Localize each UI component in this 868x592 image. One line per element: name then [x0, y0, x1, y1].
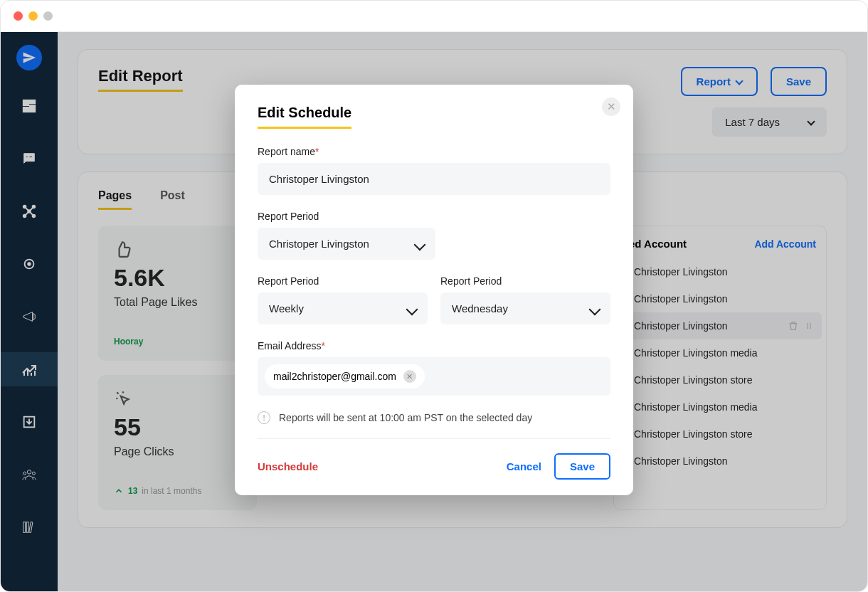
info-text: Reports will be sent at 10:00 am PST on … — [279, 412, 532, 423]
window-maximize-dot[interactable] — [43, 11, 53, 21]
report-period-label-3: Report Period — [440, 275, 610, 287]
report-name-input[interactable] — [258, 163, 610, 195]
report-frequency-select[interactable]: Weekly — [258, 292, 428, 324]
email-label: Email Address* — [258, 340, 610, 352]
window-minimize-dot[interactable] — [28, 11, 38, 21]
report-day-select[interactable]: Wednesday — [440, 292, 610, 324]
report-period-label-2: Report Period — [258, 275, 428, 287]
info-icon: ! — [258, 411, 270, 424]
report-period-label-1: Report Period — [258, 211, 610, 222]
app-window: Edit Report Report Save Last 7 days — [0, 0, 868, 592]
close-icon[interactable]: ✕ — [602, 97, 620, 116]
cancel-link[interactable]: Cancel — [507, 460, 541, 472]
modal-save-button[interactable]: Save — [554, 453, 610, 480]
email-pill: mail2christoper@gmail.com ✕ — [265, 364, 425, 388]
report-name-label: Report name* — [258, 146, 610, 157]
email-value: mail2christoper@gmail.com — [273, 371, 396, 382]
edit-schedule-modal: ✕ Edit Schedule Report name* Report Peri… — [235, 85, 633, 495]
unschedule-link[interactable]: Unschedule — [258, 460, 318, 472]
app-body: Edit Report Report Save Last 7 days — [1, 32, 867, 592]
window-close-dot[interactable] — [14, 11, 23, 21]
schedule-info: ! Reports will be sent at 10:00 am PST o… — [258, 408, 610, 439]
email-input-wrap[interactable]: mail2christoper@gmail.com ✕ — [258, 357, 610, 396]
remove-email-icon[interactable]: ✕ — [403, 370, 416, 383]
modal-title: Edit Schedule — [258, 105, 351, 129]
report-period-select-1[interactable]: Christoper Livingston — [258, 228, 435, 260]
modal-overlay[interactable]: ✕ Edit Schedule Report name* Report Peri… — [1, 32, 867, 592]
titlebar — [1, 1, 867, 32]
